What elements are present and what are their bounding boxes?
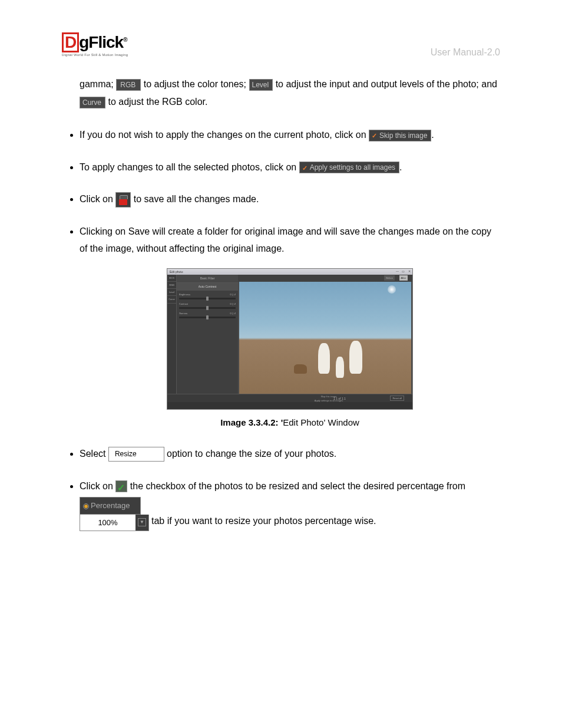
text-fragment: Click on (80, 481, 115, 491)
percentage-label: Percentage (91, 501, 130, 510)
caption-rest: Edit Photo' Window (283, 417, 359, 427)
text-fragment: To apply changes to all the selected pho… (80, 162, 296, 172)
text-fragment: . (399, 162, 402, 172)
text-fragment: Select (80, 449, 108, 459)
text-fragment: Clicking on Save will create a folder fo… (80, 226, 491, 253)
check-icon (372, 133, 378, 139)
percentage-radio[interactable]: Percentage (80, 497, 141, 514)
skip-this-image-button[interactable]: Skip this image (369, 130, 431, 141)
edit-photo-screenshot: Edit photo —▭✕ BCG RGB Level Curve Basic… (167, 268, 413, 410)
text-fragment: Click on (80, 194, 115, 204)
page-header: DgFlick® Digital World For Still & Motio… (62, 32, 500, 58)
text-fragment: to adjust the input and output levels of… (276, 79, 497, 89)
text-fragment: gamma; (80, 79, 116, 89)
bullet-list: If you do not wish to apply the changes … (62, 127, 500, 531)
list-item: Click on the checkbox of the photos to b… (80, 478, 500, 532)
nav-item: BCG (167, 275, 176, 282)
nav-item: Curve (167, 296, 176, 303)
list-item: To apply changes to all the selected pho… (80, 159, 500, 176)
resize-option-button[interactable]: Resize (108, 447, 164, 462)
pager: 1 1 of 1 1 (333, 396, 346, 401)
radio-icon (83, 503, 89, 509)
figure: Edit photo —▭✕ BCG RGB Level Curve Basic… (80, 268, 500, 430)
list-item: If you do not wish to apply the changes … (80, 127, 500, 144)
reset-button: Reset all (390, 396, 404, 401)
slider-label: Gamma (179, 311, 187, 315)
logo-tagline: Digital World For Still & Motion Imaging (62, 53, 128, 57)
button-label: Apply settings to all images (310, 163, 395, 172)
level-button[interactable]: Level (249, 79, 273, 91)
left-nav: BCG RGB Level Curve (167, 275, 177, 402)
after-tab: After (399, 275, 408, 281)
checkbox-icon[interactable] (115, 480, 127, 492)
list-item: Click on to save all the changes made. (80, 191, 500, 208)
text-fragment: option to change the size of your photos… (167, 449, 336, 459)
figure-caption: Image 3.3.4.2: 'Edit Photo' Window (80, 414, 500, 430)
curve-button[interactable]: Curve (80, 97, 105, 108)
apply-to-all-button[interactable]: Apply settings to all images (299, 162, 399, 173)
text-fragment: to adjust the RGB color. (108, 97, 207, 107)
logo-text: DgFlick® (62, 32, 128, 52)
nav-item: Level (167, 289, 176, 296)
text-fragment: the checkbox of the photos to be resized… (130, 481, 465, 491)
slider-label: Contrast (179, 302, 188, 306)
text-fragment: If you do not wish to apply the changes … (80, 130, 366, 140)
before-tab: Before (384, 275, 395, 281)
window-titlebar: Edit photo (167, 269, 412, 275)
percentage-value[interactable]: 100% (80, 515, 135, 531)
text-fragment: to save all the changes made. (134, 194, 259, 204)
text-fragment: to adjust the color tones; (144, 79, 249, 89)
check-icon (302, 165, 308, 171)
window-controls: —▭✕ (395, 269, 411, 273)
caption-bold: Image 3.3.4.2: ' (220, 417, 283, 427)
preview-topbar: Before After (238, 275, 412, 282)
panel-subtab: Auto Contrast (177, 283, 238, 291)
header-right-text: User Manual-2.0 (431, 47, 500, 58)
logo: DgFlick® Digital World For Still & Motio… (62, 32, 128, 57)
panel-tab: Basic Filter (177, 275, 238, 283)
dropdown-button[interactable]: ▼ (135, 515, 148, 531)
list-item: Select Resize option to change the size … (80, 446, 500, 463)
percentage-control[interactable]: Percentage 100% ▼ (80, 497, 149, 531)
text-fragment: . (431, 130, 434, 140)
bottom-bar: Skip this image Apply settings to all im… (167, 394, 412, 402)
preview-image (239, 282, 411, 394)
status-bar (167, 402, 412, 409)
save-icon[interactable] (115, 192, 131, 207)
chevron-down-icon: ▼ (138, 518, 146, 526)
rgb-button[interactable]: RGB (116, 79, 141, 91)
continuation-paragraph: gamma; RGB to adjust the color tones; Le… (62, 75, 500, 111)
nav-item: RGB (167, 282, 176, 289)
list-item: Clicking on Save will create a folder fo… (80, 223, 500, 430)
text-fragment: tab if you want to resize your photos pe… (151, 513, 376, 531)
filter-panel: Basic Filter Auto Contrast Brightness0 ▯… (177, 275, 238, 402)
slider-label: Brightness (179, 292, 190, 297)
button-label: Skip this image (379, 131, 427, 140)
